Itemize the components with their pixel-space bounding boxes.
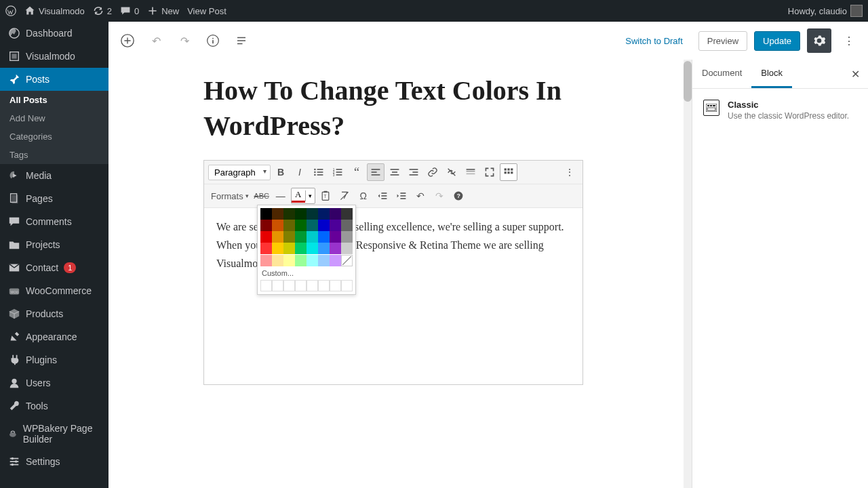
site-home-link[interactable]: Visualmodo [24, 5, 85, 16]
wp-logo[interactable] [5, 5, 16, 16]
avatar [850, 5, 863, 17]
new-link[interactable]: New [147, 5, 179, 16]
svg-point-0 [6, 6, 16, 16]
admin-topbar: Visualmodo 2 0 New View Post Howdy, clau… [0, 0, 868, 22]
updates-link[interactable]: 2 [93, 5, 112, 16]
comments-link[interactable]: 0 [120, 5, 139, 16]
profile-link[interactable]: Howdy, claudio [788, 5, 863, 17]
view-post-link[interactable]: View Post [187, 6, 226, 16]
